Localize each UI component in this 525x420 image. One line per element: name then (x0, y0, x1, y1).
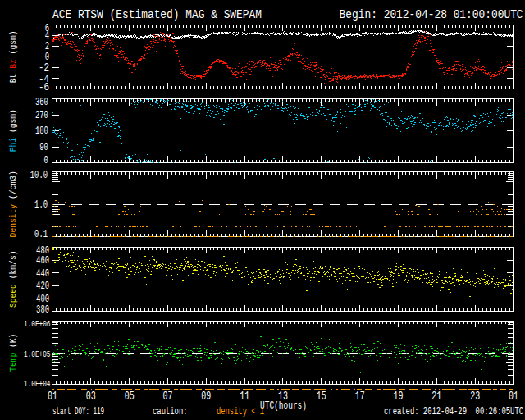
svg-text:23: 23 (470, 390, 480, 404)
svg-text:0: 0 (44, 154, 48, 167)
svg-text:1.0E+06: 1.0E+06 (24, 319, 50, 329)
svg-text:07: 07 (163, 390, 173, 404)
svg-text:Bt: Bt (8, 69, 18, 83)
svg-text:1.0: 1.0 (34, 199, 48, 211)
svg-text:90: 90 (39, 141, 48, 153)
svg-text:-6: -6 (39, 81, 49, 94)
svg-text:180: 180 (35, 125, 48, 137)
svg-text:Begin: 2012-04-28 01:00:00UTC: Begin: 2012-04-28 01:00:00UTC (340, 8, 523, 21)
svg-text:270: 270 (35, 109, 48, 121)
svg-text:460: 460 (36, 254, 49, 267)
svg-text:15: 15 (317, 390, 326, 404)
svg-text:(/cm3): (/cm3) (8, 171, 18, 204)
svg-text:10.0: 10.0 (30, 169, 48, 181)
svg-text:UTC(hours): UTC(hours) (260, 400, 307, 412)
svg-text:1.0E+05: 1.0E+05 (24, 349, 50, 359)
svg-text:caution:: caution: (153, 406, 188, 418)
svg-text:440: 440 (36, 267, 49, 280)
svg-text:0.1: 0.1 (34, 228, 48, 240)
svg-text:Phi: Phi (8, 138, 18, 153)
svg-text:11: 11 (240, 390, 249, 404)
svg-text:Bz: Bz (8, 59, 18, 69)
svg-text:380: 380 (36, 304, 49, 316)
svg-text:01: 01 (509, 390, 518, 404)
svg-text:Temp: Temp (8, 353, 18, 372)
svg-text:(km/s): (km/s) (8, 251, 18, 285)
svg-text:01: 01 (48, 390, 57, 404)
svg-text:360: 360 (35, 96, 48, 108)
svg-text:05: 05 (125, 390, 135, 404)
svg-text:Speed: Speed (8, 284, 18, 308)
svg-text:density < 1: density < 1 (217, 406, 264, 418)
svg-text:17: 17 (355, 390, 365, 404)
svg-text:(gsm): (gsm) (8, 30, 18, 59)
svg-text:(K): (K) (8, 334, 18, 353)
svg-text:21: 21 (431, 390, 441, 404)
svg-text:19: 19 (394, 390, 404, 404)
svg-text:start DOY: 119: start DOY: 119 (52, 406, 104, 418)
svg-text:ACE RTSW (Estimated) MAG & SWE: ACE RTSW (Estimated) MAG & SWEPAM (52, 8, 262, 21)
svg-text:03: 03 (86, 390, 96, 404)
svg-text:420: 420 (36, 280, 49, 292)
svg-text:created: 2012-04-29 00:26:05U: created: 2012-04-29 00:26:05UTC (384, 406, 523, 418)
svg-text:09: 09 (201, 390, 211, 404)
svg-text:Density: Density (8, 203, 18, 237)
svg-text:(gsm): (gsm) (8, 109, 18, 138)
svg-text:1.0E+04: 1.0E+04 (24, 379, 50, 389)
